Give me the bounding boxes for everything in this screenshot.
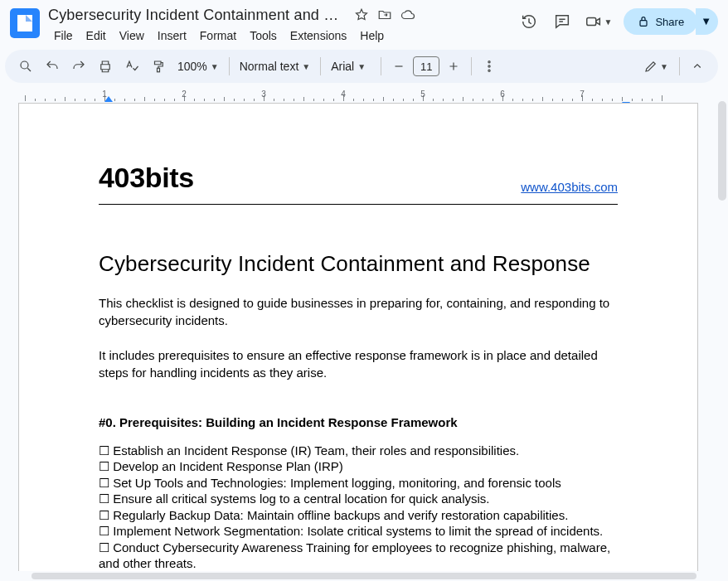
checklist-item: ☐ Conduct Cybersecurity Awareness Traini…: [99, 540, 618, 571]
separator: [471, 57, 472, 75]
docs-logo[interactable]: [10, 8, 40, 38]
doc-heading: Cybersecurity Incident Containment and R…: [99, 251, 618, 277]
header-row: Cybersecurity Incident Containment and R…: [0, 0, 728, 45]
comments-icon[interactable]: [551, 11, 573, 32]
search-menus-icon[interactable]: [13, 54, 38, 79]
zoom-select[interactable]: 100%▼: [172, 60, 224, 73]
svg-point-2: [21, 61, 28, 69]
checklist-item: ☐ Ensure all critical systems log to a c…: [99, 491, 618, 507]
section-0-title: #0. Prerequisites: Building an Incident …: [99, 415, 618, 429]
vertical-scrollbar[interactable]: [718, 98, 726, 571]
caret-down-icon: ▼: [211, 62, 219, 71]
toolbar-wrap: 100%▼ Normal text▼ Arial▼ 11 ▼: [0, 45, 728, 88]
checklist-item: ☐ Develop an Incident Response Plan (IRP…: [99, 458, 618, 475]
collapse-toolbar-icon[interactable]: [685, 54, 710, 79]
menu-file[interactable]: File: [48, 27, 79, 45]
svg-point-4: [488, 61, 490, 63]
title-column: Cybersecurity Incident Containment and R…: [48, 5, 510, 45]
menubar: File Edit View Insert Format Tools Exten…: [48, 27, 510, 45]
separator: [381, 57, 381, 75]
redo-icon[interactable]: [66, 54, 91, 79]
checklist-item: ☐ Regularly Backup Data: Maintain offlin…: [99, 507, 618, 524]
toolbar: 100%▼ Normal text▼ Arial▼ 11 ▼: [5, 50, 718, 83]
paint-format-icon[interactable]: [146, 54, 171, 79]
checklist-item: ☐ Establish an Incident Response (IR) Te…: [99, 443, 618, 459]
menu-extensions[interactable]: Extensions: [284, 27, 352, 45]
font-size-input[interactable]: 11: [413, 56, 439, 76]
caret-down-icon: ▼: [357, 62, 366, 71]
horizontal-scroll-thumb[interactable]: [32, 573, 696, 579]
document-canvas[interactable]: ts 403bits www.403bits.com Cybersecurity…: [0, 98, 716, 571]
svg-point-5: [488, 65, 490, 67]
svg-rect-1: [640, 21, 647, 27]
brand-name: 403bits: [99, 162, 194, 194]
decrease-font-icon[interactable]: [386, 54, 411, 79]
title-line: Cybersecurity Incident Containment and R…: [48, 5, 510, 25]
separator: [679, 57, 680, 75]
history-icon[interactable]: [518, 11, 540, 32]
menu-tools[interactable]: Tools: [244, 27, 283, 45]
horizontal-scrollbar[interactable]: [32, 573, 696, 579]
style-select[interactable]: Normal text▼: [235, 60, 315, 73]
menu-insert[interactable]: Insert: [152, 27, 192, 45]
share-label: Share: [655, 16, 684, 28]
star-icon[interactable]: [353, 7, 370, 23]
site-link[interactable]: www.403bits.com: [521, 180, 618, 194]
checklist-item: ☐ Implement Network Segmentation: Isolat…: [99, 523, 618, 540]
separator: [320, 57, 321, 75]
document-title[interactable]: Cybersecurity Incident Containment and R…: [48, 7, 347, 24]
page-1[interactable]: ts 403bits www.403bits.com Cybersecurity…: [18, 103, 698, 571]
checklist: ☐ Establish an Incident Response (IR) Te…: [99, 443, 618, 571]
meet-button[interactable]: ▼: [585, 12, 613, 31]
checklist-item: ☐ Set Up Tools and Technologies: Impleme…: [99, 475, 618, 491]
menu-help[interactable]: Help: [354, 27, 390, 45]
letterhead: 403bits www.403bits.com: [99, 162, 618, 205]
intro-paragraph-1: This checklist is designed to guide busi…: [99, 295, 618, 329]
increase-font-icon[interactable]: [441, 54, 466, 79]
spellcheck-icon[interactable]: [119, 54, 144, 79]
share-dropdown[interactable]: ▼: [696, 8, 718, 35]
menu-view[interactable]: View: [114, 27, 150, 45]
svg-point-6: [488, 70, 490, 71]
editing-mode-icon[interactable]: ▼: [638, 54, 674, 79]
cloud-status-icon[interactable]: [400, 7, 416, 23]
right-cluster: ▼ Share ▼: [518, 5, 718, 35]
undo-icon[interactable]: [40, 54, 65, 79]
print-icon[interactable]: [93, 54, 118, 79]
separator: [229, 57, 230, 75]
more-tools-icon[interactable]: [477, 54, 502, 79]
share-button[interactable]: Share: [624, 8, 697, 35]
caret-down-icon: ▼: [302, 62, 310, 71]
intro-paragraph-2: It includes prerequisites to ensure an e…: [99, 347, 618, 381]
vertical-scroll-thumb[interactable]: [718, 101, 726, 201]
move-icon[interactable]: [376, 7, 393, 23]
svg-rect-0: [586, 17, 595, 25]
menu-edit[interactable]: Edit: [80, 27, 112, 45]
font-select[interactable]: Arial▼: [326, 60, 376, 73]
svg-rect-3: [158, 68, 160, 72]
menu-format[interactable]: Format: [194, 27, 242, 45]
caret-down-icon: ▼: [604, 17, 613, 27]
